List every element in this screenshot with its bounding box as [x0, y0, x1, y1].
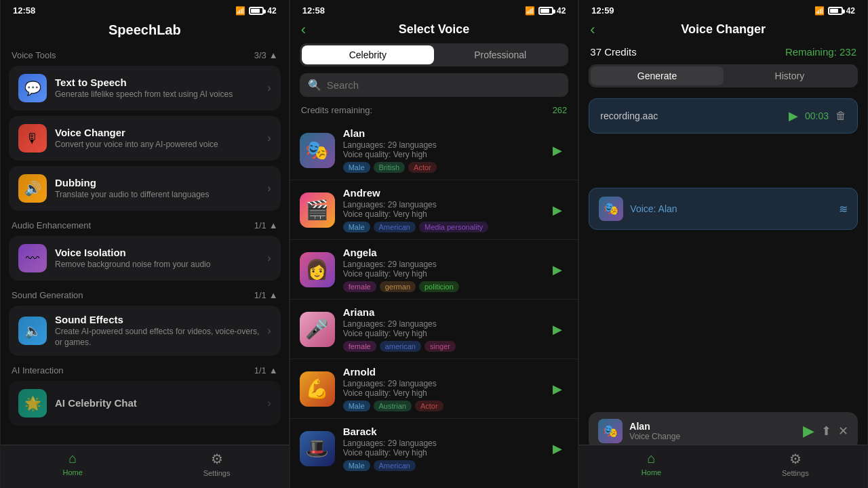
play-ariana[interactable]: ▶ — [547, 319, 568, 340]
tool-icon-voice-isolation: 〰 — [18, 244, 47, 272]
np-play-button[interactable]: ▶ — [803, 422, 814, 440]
chevron-ai-celebrity: › — [267, 397, 271, 409]
nav-settings-3[interactable]: ⚙ Settings — [724, 451, 867, 477]
np-avatar: 🎭 — [598, 419, 623, 443]
recording-delete-button[interactable]: 🗑 — [835, 110, 846, 122]
voice-selector[interactable]: 🎭 Voice: Alan ≋ — [589, 188, 858, 230]
np-close-button[interactable]: ✕ — [838, 424, 848, 439]
tool-info-text-to-speech: Text to Speech Generate lifelike speech … — [55, 77, 259, 100]
battery-num-1: 42 — [267, 6, 276, 16]
section-header-ai-interaction: AI Interaction 1/1 ▲ — [1, 361, 289, 381]
p3-title: Voice Changer — [590, 22, 856, 37]
nav-home[interactable]: ⌂ Home — [1, 451, 144, 477]
tag-media-andrew: Media personality — [419, 222, 488, 232]
section-count-sound-generation: 1/1 ▲ — [254, 290, 278, 300]
p3-header: ‹ Voice Changer — [579, 18, 867, 43]
play-angela[interactable]: ▶ — [547, 259, 568, 281]
credits-value: 262 — [553, 105, 568, 115]
tag-female-angela: female — [343, 281, 376, 292]
avatar-arnold: 💪 — [300, 371, 335, 407]
tool-icon-text-to-speech: 💬 — [18, 74, 47, 102]
battery-icon-3 — [828, 7, 843, 15]
tool-info-ai-celebrity: AI Celebrity Chat — [55, 397, 259, 410]
credits-count: 37 Credits — [590, 46, 636, 58]
voice-item-barack[interactable]: 🎩 Barack Languages: 29 languages Voice q… — [290, 419, 578, 473]
search-bar[interactable]: 🔍 — [300, 73, 569, 97]
settings-icon-3: ⚙ — [789, 451, 802, 467]
voice-item-andrew[interactable]: 🎬 Andrew Languages: 29 languages Voice q… — [290, 180, 578, 240]
battery-icon-2 — [538, 7, 553, 15]
nav-settings[interactable]: ⚙ Settings — [144, 451, 288, 477]
play-andrew[interactable]: ▶ — [547, 199, 568, 221]
battery-num-2: 42 — [557, 6, 566, 16]
play-alan[interactable]: ▶ — [547, 140, 568, 161]
voice-info-alan: Alan Languages: 29 languages Voice quali… — [343, 127, 539, 173]
tag-american-andrew: American — [374, 222, 416, 232]
vs-waves-icon: ≋ — [839, 203, 848, 216]
tag-german-angela: german — [380, 281, 416, 292]
p2-header: ‹ Select Voice — [290, 18, 578, 43]
voice-list: 🎭 Alan Languages: 29 languages Voice qua… — [290, 121, 578, 473]
voice-item-alan[interactable]: 🎭 Alan Languages: 29 languages Voice qua… — [290, 121, 578, 180]
voice-item-angela[interactable]: 👩 Angela Languages: 29 languages Voice q… — [290, 240, 578, 300]
tool-icon-ai-celebrity: 🌟 — [18, 389, 47, 418]
vs-avatar: 🎭 — [599, 197, 623, 221]
search-input[interactable] — [327, 79, 561, 91]
avatar-andrew: 🎬 — [300, 192, 335, 228]
voice-item-ariana[interactable]: 🎤 Ariana Languages: 29 languages Voice q… — [290, 300, 578, 359]
gen-tab-switcher: Generate History — [589, 64, 858, 87]
tool-card-voice-changer[interactable]: 🎙 Voice Changer Convert your voice into … — [9, 116, 281, 161]
tool-card-dubbing[interactable]: 🔊 Dubbing Translate your audio to differ… — [9, 166, 281, 211]
voice-item-arnold[interactable]: 💪 Arnold Languages: 29 languages Voice q… — [290, 359, 578, 419]
back-button-2[interactable]: ‹ — [301, 21, 306, 39]
play-arnold[interactable]: ▶ — [547, 378, 568, 400]
wifi-icon-3: 📶 — [814, 6, 825, 16]
tags-alan: Male British Actor — [343, 162, 539, 173]
nav-home-3[interactable]: ⌂ Home — [579, 451, 723, 477]
battery-num-3: 42 — [846, 6, 855, 16]
section-count-audio-enhancement: 1/1 ▲ — [254, 220, 278, 230]
tab-professional[interactable]: Professional — [434, 45, 566, 64]
settings-icon: ⚙ — [211, 451, 223, 467]
search-icon: 🔍 — [308, 79, 321, 92]
recording-time: 00:03 — [805, 110, 829, 121]
recording-box: recording.aac ▶ 00:03 🗑 — [589, 98, 858, 134]
tab-celebrity[interactable]: Celebrity — [302, 45, 434, 64]
tab-generate[interactable]: Generate — [591, 66, 723, 85]
tag-american-ariana: american — [380, 341, 421, 352]
credits-row-3: 37 Credits Remaining: 232 — [579, 43, 867, 64]
avatar-angela: 👩 — [300, 252, 335, 287]
tag-actor-alan: Actor — [408, 162, 437, 173]
tool-icon-sound-effects: 🔈 — [18, 317, 47, 345]
tags-andrew: Male American Media personality — [343, 222, 539, 232]
tag-singer-ariana: singer — [425, 341, 456, 352]
back-button-3[interactable]: ‹ — [590, 21, 595, 39]
tool-info-voice-isolation: Voice Isolation Remove background noise … — [55, 247, 259, 270]
panel-select-voice: 12:58 📶 42 ‹ Select Voice Celebrity Prof… — [290, 0, 579, 488]
tag-male-alan: Male — [343, 162, 370, 173]
np-share-button[interactable]: ⬆ — [821, 424, 831, 439]
avatar-barack: 🎩 — [300, 431, 335, 466]
time-2: 12:58 — [302, 5, 325, 16]
time-1: 12:58 — [13, 5, 35, 16]
tool-card-sound-effects[interactable]: 🔈 Sound Effects Create AI-powered sound … — [9, 306, 281, 356]
tag-politician-angela: politicion — [419, 281, 459, 292]
play-barack[interactable]: ▶ — [547, 438, 568, 460]
section-header-voice-tools: Voice Tools 3/3 ▲ — [1, 46, 289, 66]
tags-ariana: female american singer — [343, 341, 539, 352]
chevron-text-to-speech: › — [267, 82, 271, 94]
tool-card-voice-isolation[interactable]: 〰 Voice Isolation Remove background nois… — [9, 236, 281, 281]
tab-history[interactable]: History — [724, 66, 856, 85]
bottom-navigation-1: ⌂ Home ⚙ Settings — [1, 445, 289, 488]
section-label-sound-generation: Sound Generation — [12, 290, 83, 300]
credits-remaining: Remaining: 232 — [785, 46, 856, 58]
bottom-navigation-3: ⌂ Home ⚙ Settings — [579, 445, 867, 488]
app-title: SpeechLab — [1, 18, 289, 46]
tool-card-text-to-speech[interactable]: 💬 Text to Speech Generate lifelike speec… — [9, 66, 281, 110]
home-icon: ⌂ — [68, 451, 77, 466]
tag-male-andrew: Male — [343, 222, 370, 232]
recording-play-button[interactable]: ▶ — [789, 108, 798, 123]
tag-actor-arnold: Actor — [415, 401, 443, 411]
tool-card-ai-celebrity[interactable]: 🌟 AI Celebrity Chat › — [9, 381, 281, 426]
voice-tab-switcher: Celebrity Professional — [300, 43, 569, 66]
